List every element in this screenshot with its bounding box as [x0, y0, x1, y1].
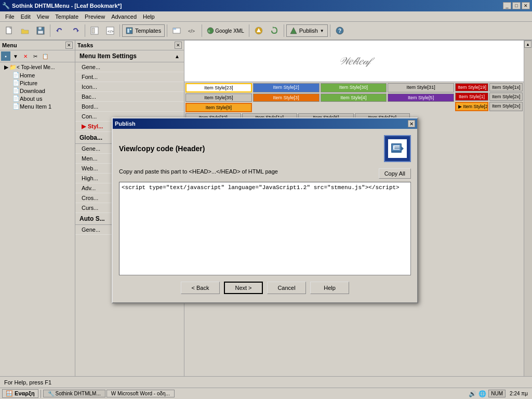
- cancel-button[interactable]: Cancel: [267, 282, 306, 294]
- style-item-5[interactable]: Item Style[5]: [388, 94, 454, 102]
- style-item-30[interactable]: Item Style[30]: [321, 83, 387, 92]
- start-button[interactable]: 🪟 Εναρξη: [2, 389, 38, 398]
- templates-button[interactable]: Templates: [122, 24, 165, 37]
- refresh-button[interactable]: [267, 23, 282, 38]
- menu-view[interactable]: View: [34, 12, 52, 21]
- menu-template[interactable]: Template: [52, 12, 82, 21]
- menu-advanced[interactable]: Advanced: [108, 12, 140, 21]
- toolbar: </> Templates </> G Google XML Publish ▼…: [0, 22, 532, 41]
- publish-button[interactable]: Publish ▼: [286, 24, 328, 37]
- next-button[interactable]: Next >: [224, 282, 263, 294]
- tree-area: ▶ 📁 < Top-level Me... 📄 Home 📄 Picture 📄…: [0, 62, 75, 376]
- settings-background[interactable]: Bac...: [75, 92, 184, 102]
- style-item-1[interactable]: Item Style[1]: [455, 92, 488, 101]
- tab-button[interactable]: [169, 23, 184, 38]
- code-textarea[interactable]: <script type="text/javascript" language=…: [119, 182, 411, 275]
- panel-toolbar-copy[interactable]: 📋: [41, 51, 50, 61]
- tasks-panel-close[interactable]: ✕: [175, 42, 182, 49]
- publish-dropdown-icon[interactable]: ▼: [320, 29, 324, 33]
- tree-about[interactable]: 📄 About us: [1, 95, 74, 102]
- settings-icon[interactable]: Icon...: [75, 82, 184, 92]
- settings-general[interactable]: Gene...: [75, 62, 184, 72]
- style-item-4[interactable]: Item Style[4]: [321, 94, 387, 102]
- panel-toolbar-cut[interactable]: ✂: [31, 51, 40, 61]
- modal-instruction: Copy and paste this part to <HEAD>...</H…: [119, 168, 278, 175]
- tray-icon2: 🌐: [478, 390, 486, 397]
- panel-toolbar-down[interactable]: ▼: [11, 51, 20, 61]
- minimize-button[interactable]: _: [503, 2, 511, 9]
- style-item-23[interactable]: Item Style[23]: [185, 83, 252, 92]
- style-item-9[interactable]: Item Style[9]: [185, 103, 252, 112]
- tree-home-label: Home: [20, 72, 35, 78]
- close-button[interactable]: ✕: [522, 2, 530, 9]
- help-button[interactable]: ?: [332, 23, 347, 38]
- tree-home[interactable]: 📄 Home: [1, 71, 74, 79]
- modal-body: View/copy code (Header): [113, 129, 417, 302]
- modal-close-button[interactable]: ✕: [408, 120, 415, 127]
- settings-border[interactable]: Bord...: [75, 102, 184, 112]
- google-xml-button[interactable]: G Google XML: [204, 23, 247, 38]
- tasks-panel-title: Tasks: [77, 42, 93, 48]
- modal-buttons: < Back Next > Cancel Help: [119, 276, 411, 296]
- settings-font[interactable]: Font...: [75, 72, 184, 82]
- dialog-help-button[interactable]: Help: [310, 282, 349, 294]
- style-item-r1[interactable]: Item Style[1x]: [489, 83, 523, 91]
- taskbar-sothink[interactable]: 🔧 Sothink DHTMLM...: [43, 390, 105, 397]
- tree-menuitem1[interactable]: 📄 Menu Item 1: [1, 102, 74, 110]
- menu-panel: Menu ✕ ▪ ▼ ✕ ✂ 📋 ▶ 📁 < Top-level Me... 📄…: [0, 41, 75, 376]
- sep4: [167, 24, 167, 37]
- svg-text:</>: </>: [108, 29, 114, 34]
- copy-all-button[interactable]: Copy All: [379, 168, 411, 179]
- menu-edit[interactable]: Edit: [18, 12, 34, 21]
- style-item-3[interactable]: Item Style[3]: [253, 94, 320, 102]
- templates-label: Templates: [135, 28, 161, 34]
- sep8: [330, 24, 330, 37]
- scroll-up[interactable]: ▲: [524, 41, 531, 48]
- tree-about-label: About us: [20, 96, 42, 102]
- style-item-31[interactable]: Item Style[31]: [388, 83, 454, 92]
- svg-marker-22: [290, 28, 297, 34]
- normal-view-button[interactable]: [87, 23, 102, 38]
- undo-button[interactable]: [52, 23, 67, 38]
- panel-toolbar-new[interactable]: ▪: [1, 51, 10, 61]
- tray-icon1: 🔊: [469, 390, 476, 397]
- tree-picture-label: Picture: [20, 80, 37, 86]
- style-item-19[interactable]: Item Style[19]: [455, 83, 488, 91]
- sep1: [50, 24, 50, 37]
- menu-help[interactable]: Help: [140, 12, 158, 21]
- svg-marker-5: [56, 29, 58, 32]
- new-button[interactable]: [2, 23, 17, 38]
- svg-rect-13: [130, 29, 131, 30]
- sep2: [85, 24, 85, 37]
- clock: 2:24 πμ: [508, 391, 530, 396]
- style-item-r2[interactable]: Item Style[2x]: [489, 92, 523, 101]
- export-button[interactable]: [251, 23, 266, 38]
- title-bar: 🔧 Sothink DHTMLMenu - [Leaf Bookmark*] _…: [0, 0, 532, 11]
- save-button[interactable]: [33, 23, 48, 38]
- style-item-r3[interactable]: Item Style[2x]: [489, 102, 523, 111]
- window-title: Sothink DHTMLMenu - [Leaf Bookmark*]: [12, 3, 122, 9]
- settings-collapse-icon[interactable]: ▲: [175, 54, 180, 59]
- modal-icon-box: [384, 135, 411, 162]
- taskbar: 🪟 Εναρξη 🔧 Sothink DHTMLM... W Microsoft…: [0, 388, 532, 399]
- style-item-2[interactable]: Item Style[2]: [253, 83, 320, 92]
- open-button[interactable]: [18, 23, 32, 38]
- tree-download[interactable]: 📄 Download: [1, 87, 74, 95]
- style-item-35[interactable]: Item Style[35]: [185, 94, 252, 102]
- tasks-panel-header: Tasks ✕: [75, 41, 184, 50]
- html-view-button[interactable]: </>: [103, 23, 117, 38]
- num-lock-indicator: NUM: [488, 390, 506, 397]
- style-item-26[interactable]: ▶ Item Style[26]: [455, 102, 488, 111]
- panel-toolbar-x[interactable]: ✕: [21, 51, 30, 61]
- maximize-button[interactable]: □: [512, 2, 521, 9]
- menu-file[interactable]: File: [2, 12, 18, 21]
- taskbar-word[interactable]: W Microsoft Word - οδη...: [107, 390, 175, 397]
- tree-picture[interactable]: 📄 Picture: [1, 79, 74, 87]
- menu-panel-close[interactable]: ✕: [65, 42, 73, 49]
- redo-button[interactable]: [68, 23, 83, 38]
- back-button[interactable]: < Back: [181, 282, 220, 294]
- menu-preview[interactable]: Preview: [82, 12, 108, 21]
- tree-root[interactable]: ▶ 📁 < Top-level Me...: [1, 63, 74, 71]
- code-view-button[interactable]: </>: [185, 23, 200, 38]
- right-scrollbar[interactable]: ▲ ▼: [524, 41, 532, 376]
